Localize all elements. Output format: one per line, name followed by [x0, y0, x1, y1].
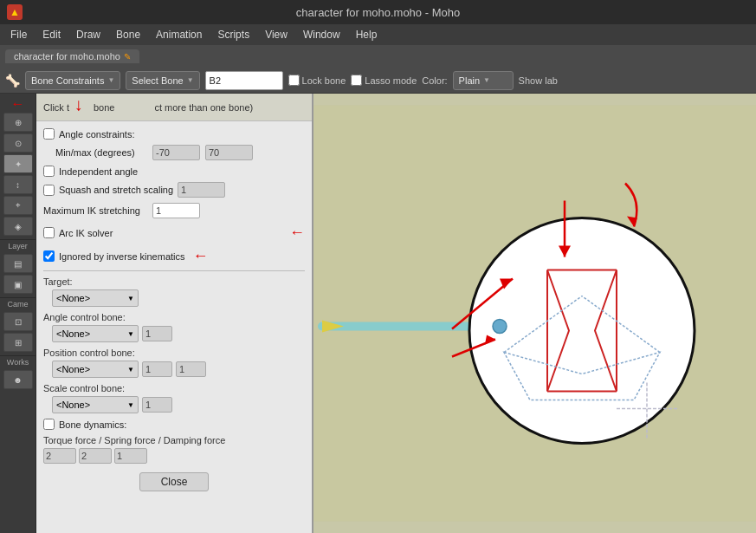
target-none-label: <None>: [56, 293, 90, 303]
close-button-row: Close: [43, 472, 305, 491]
canvas-svg: [313, 94, 756, 533]
tool-btn-3[interactable]: ✦: [3, 154, 33, 173]
lasso-mode-wrap: Lasso mode: [351, 75, 417, 86]
left-toolbar: ← ⊕ ⊙ ✦ ↕ ⌖ ◈ Layer ▤ ▣ Came ⊡ ⊞ Works ☻: [0, 94, 36, 533]
arc-ik-label: Arc IK solver: [59, 228, 113, 238]
angle-control-input[interactable]: [142, 326, 172, 341]
tool-btn-1[interactable]: ⊕: [3, 113, 33, 132]
squash-val-input[interactable]: [178, 182, 225, 198]
angle-constraints-checkbox[interactable]: [43, 128, 55, 140]
panel-content: Angle constraints: Min/max (degrees) Ind…: [36, 121, 312, 498]
show-label: Show lab: [519, 75, 558, 86]
bone-constraints-panel: Click t ↑ bone ct more than one bone) An…: [36, 94, 313, 533]
scale-control-dropdown[interactable]: <None> ▼: [52, 396, 139, 413]
menu-view[interactable]: View: [258, 27, 294, 42]
angle-constraints-label: Angle constraints:: [59, 129, 134, 140]
hint-bar: Click t ↑ bone ct more than one bone): [36, 94, 312, 121]
max-ik-input[interactable]: [152, 203, 200, 218]
menu-edit[interactable]: Edit: [36, 27, 68, 42]
color-value: Plain: [459, 75, 480, 86]
menu-help[interactable]: Help: [349, 27, 384, 42]
lock-bone-checkbox[interactable]: [288, 75, 300, 86]
ignored-ik-arrow-icon: ←: [193, 247, 209, 265]
menu-file[interactable]: File: [3, 27, 34, 42]
max-input[interactable]: [205, 145, 253, 160]
tool-btn-2[interactable]: ⊙: [3, 133, 33, 153]
bone-name-input[interactable]: [205, 71, 283, 90]
layer-label: Layer: [0, 239, 36, 252]
tab-name: character for moho.moho: [14, 51, 120, 62]
bone-dynamics-checkbox[interactable]: [43, 419, 55, 430]
squash-stretch-checkbox[interactable]: [43, 185, 55, 196]
torque-input[interactable]: [43, 448, 76, 464]
independent-angle-label: Independent angle: [59, 166, 138, 177]
tool-btn-cam-1[interactable]: ⊡: [3, 312, 33, 331]
scale-none-label: <None>: [56, 400, 90, 410]
document-tab[interactable]: character for moho.moho ✎: [5, 49, 139, 63]
hint-bone-text: bone: [94, 102, 114, 113]
position-val-1[interactable]: [142, 361, 172, 377]
select-bone-dropdown[interactable]: Select Bone ▼: [126, 71, 199, 90]
menubar: File Edit Draw Bone Animation Scripts Vi…: [0, 24, 756, 45]
lasso-mode-checkbox[interactable]: [351, 75, 362, 86]
viewport: [313, 94, 756, 533]
hint-click-text: Click t: [43, 102, 69, 113]
indicator-arrow: ←: [11, 97, 25, 111]
ignored-ik-checkbox[interactable]: [43, 250, 55, 262]
color-dropdown[interactable]: Plain ▼: [453, 71, 514, 90]
minmax-label: Min/max (degrees): [43, 147, 147, 158]
torque-row: [43, 448, 305, 464]
target-dropdown[interactable]: <None> ▼: [52, 289, 139, 307]
bone-tool-icon[interactable]: 🦴: [5, 74, 20, 88]
damping-input[interactable]: [114, 448, 147, 464]
menu-animation[interactable]: Animation: [149, 27, 209, 42]
tool-btn-works[interactable]: ☻: [3, 370, 33, 389]
torque-label: Torque force / Spring force / Damping fo…: [43, 435, 305, 445]
dropdown-arrow-icon: ▼: [107, 76, 114, 84]
menu-draw[interactable]: Draw: [69, 27, 107, 42]
toolbar: 🦴 Bone Constraints ▼ Select Bone ▼ Lock …: [0, 68, 756, 94]
tool-btn-layer-2[interactable]: ▣: [3, 275, 33, 294]
position-val-2[interactable]: [176, 361, 206, 377]
select-bone-label: Select Bone: [132, 75, 183, 86]
squash-stretch-label: Squash and stretch scaling: [59, 185, 173, 195]
bone-constraints-dropdown[interactable]: Bone Constraints ▼: [25, 71, 120, 90]
divider-1: [43, 270, 305, 271]
close-button[interactable]: Close: [139, 472, 210, 491]
position-control-dropdown[interactable]: <None> ▼: [52, 361, 139, 378]
min-input[interactable]: [152, 145, 200, 160]
ignored-ik-label: Ignored by inverse kinematics: [59, 251, 185, 262]
hint-arrow-icon: ↑: [74, 97, 83, 117]
lock-bone-label: Lock bone: [302, 75, 346, 86]
scale-arrow-icon: ▼: [127, 401, 134, 409]
tool-btn-5[interactable]: ⌖: [3, 196, 33, 215]
menu-bone[interactable]: Bone: [109, 27, 147, 42]
independent-angle-row: Independent angle: [43, 166, 305, 177]
select-bone-arrow-icon: ▼: [187, 76, 194, 84]
arc-ik-checkbox[interactable]: [43, 227, 55, 238]
lasso-mode-label: Lasso mode: [365, 75, 417, 86]
angle-control-dropdown[interactable]: <None> ▼: [52, 325, 139, 342]
target-dropdown-row: <None> ▼: [43, 289, 305, 307]
arc-ik-row: Arc IK solver ←: [43, 224, 305, 242]
angle-control-arrow-icon: ▼: [127, 330, 134, 338]
lock-bone-wrap: Lock bone: [288, 75, 346, 86]
edit-icon: ✎: [124, 52, 131, 62]
tool-btn-cam-2[interactable]: ⊞: [3, 333, 33, 352]
scale-control-row: <None> ▼: [43, 396, 305, 413]
tool-btn-layer-1[interactable]: ▤: [3, 254, 33, 273]
canvas-area[interactable]: [313, 94, 756, 533]
position-control-row: <None> ▼: [43, 361, 305, 378]
angle-none-label: <None>: [56, 328, 90, 339]
spring-input[interactable]: [79, 448, 112, 464]
arc-ik-arrow-icon: ←: [289, 224, 305, 242]
tool-btn-6[interactable]: ◈: [3, 217, 33, 236]
tabbar: character for moho.moho ✎: [0, 45, 756, 68]
bone-dynamics-label: Bone dynamics:: [59, 419, 126, 430]
independent-angle-checkbox[interactable]: [43, 166, 55, 177]
camera-label: Came: [0, 297, 36, 310]
menu-scripts[interactable]: Scripts: [210, 27, 256, 42]
tool-btn-4[interactable]: ↕: [3, 175, 33, 194]
menu-window[interactable]: Window: [296, 27, 347, 42]
scale-val[interactable]: [142, 397, 172, 413]
